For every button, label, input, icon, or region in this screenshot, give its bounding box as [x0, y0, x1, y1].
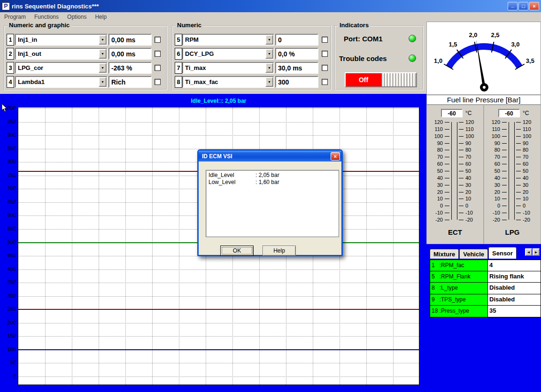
channel-checkbox[interactable]	[155, 51, 161, 57]
channel-number: 6	[175, 48, 182, 60]
channel-select[interactable]: Inj1_out ▼	[15, 48, 108, 60]
y-tick-label: 450	[0, 253, 16, 258]
chevron-down-icon[interactable]: ▼	[265, 49, 273, 59]
sensor-table: 1 :RPM_fac 4 5 :RPM_Flank Rising flank 8…	[430, 260, 541, 317]
channel-checkbox[interactable]	[322, 65, 328, 71]
scale-tick	[445, 129, 449, 130]
scale-tick	[445, 185, 449, 185]
channel-checkbox[interactable]	[155, 65, 161, 71]
scale-tick	[516, 178, 521, 178]
svg-text:2,0: 2,0	[469, 31, 477, 38]
menu-options[interactable]: Options	[63, 14, 91, 20]
chevron-down-icon[interactable]: ▼	[99, 63, 107, 73]
h-gridline	[18, 296, 419, 297]
menu-program[interactable]: Program	[0, 14, 30, 20]
channel-row-3: 3 LPG_cor ▼ -263 %	[5, 62, 166, 74]
chevron-down-icon[interactable]: ▼	[99, 35, 107, 45]
sensor-param-name: 18 :Press_type	[430, 306, 488, 317]
channel-number: 4	[7, 76, 14, 88]
table-row[interactable]: 9 :TPS_type Disabled	[430, 294, 541, 306]
scale-label: 30	[523, 182, 539, 188]
channel-checkbox[interactable]	[322, 79, 328, 85]
ok-button[interactable]: OK	[220, 246, 254, 256]
h-gridline	[18, 377, 419, 377]
y-tick-label: 700	[0, 185, 16, 191]
scale-tick	[516, 213, 521, 213]
scale-label: 0	[427, 203, 443, 208]
title-bar[interactable]: P rins Sequentiel Diagnostics*** _ □ ×	[0, 0, 541, 12]
dialog-close-button[interactable]: ×	[331, 152, 340, 161]
scale-tick	[516, 199, 521, 199]
off-slider-track[interactable]	[381, 73, 416, 86]
scale-label: 30	[427, 182, 443, 188]
channel-value: 0	[275, 34, 318, 46]
v-gridline	[366, 108, 367, 384]
scale-tick	[445, 199, 449, 199]
chevron-down-icon[interactable]: ▼	[265, 63, 273, 73]
restore-button[interactable]: □	[518, 2, 528, 10]
scale-label: 100	[484, 133, 500, 139]
tab-vehicle[interactable]: Vehicle	[459, 249, 488, 259]
table-row[interactable]: 5 :RPM_Flank Rising flank	[430, 271, 541, 283]
param-name: Low_Level	[209, 179, 255, 186]
tab-scroll-right-button[interactable]: ►	[533, 248, 540, 256]
chevron-down-icon[interactable]: ▼	[265, 35, 273, 45]
channel-select[interactable]: Inj1_in ▼	[15, 34, 108, 46]
scale-label: 110	[484, 126, 500, 132]
scale-tick	[516, 122, 521, 123]
close-icon: ×	[334, 154, 337, 159]
channel-checkbox[interactable]	[322, 37, 328, 43]
help-button[interactable]: Help	[263, 246, 296, 256]
close-button[interactable]: ×	[529, 2, 539, 10]
y-tick-label: 100	[0, 346, 16, 352]
scale-label: 0	[484, 203, 500, 208]
channel-select-value: Lambda1	[16, 77, 99, 87]
dialog-title-bar[interactable]: ID ECM VSI ×	[199, 151, 341, 161]
h-gridline	[18, 336, 419, 337]
scale-label: 70	[427, 154, 443, 160]
ect-reading: -60	[441, 109, 463, 117]
off-slider[interactable]: Off	[345, 72, 417, 87]
chevron-down-icon[interactable]: ▼	[99, 49, 107, 59]
channel-number: 7	[175, 62, 182, 74]
scale-label: 110	[465, 126, 481, 132]
channel-select[interactable]: DCY_LPG ▼	[182, 48, 274, 60]
table-row[interactable]: 18 :Press_type 35	[430, 306, 541, 317]
channel-checkbox[interactable]	[155, 79, 161, 85]
chevron-down-icon[interactable]: ▼	[265, 77, 273, 87]
scale-label: 70	[465, 154, 481, 160]
scale-tick	[516, 136, 521, 137]
channel-value: 0,0 %	[275, 48, 318, 60]
tab-sensor[interactable]: Sensor	[488, 247, 517, 259]
scale-tick	[516, 185, 521, 185]
scale-label: 50	[465, 168, 481, 174]
v-gridline	[393, 108, 394, 384]
channel-checkbox[interactable]	[155, 37, 161, 43]
channel-checkbox[interactable]	[322, 51, 328, 57]
tab-scroll-left-button[interactable]: ◄	[525, 248, 532, 256]
table-row[interactable]: 1 :RPM_fac 4	[430, 260, 541, 271]
channel-select[interactable]: LPG_cor ▼	[15, 62, 108, 74]
scale-tick	[445, 178, 449, 178]
channel-row-6: 6 DCY_LPG ▼ 0,0 %	[173, 48, 331, 60]
tab-mixture[interactable]: Mixture	[430, 249, 459, 259]
channel-number: 2	[7, 48, 14, 60]
menu-help[interactable]: Help	[91, 14, 111, 20]
scale-label: -10	[523, 210, 539, 215]
minimize-button[interactable]: _	[508, 2, 518, 10]
scale-label: 60	[465, 161, 481, 167]
y-tick-label: 0	[0, 373, 16, 379]
channel-select[interactable]: Ti_max ▼	[182, 62, 274, 74]
channel-select[interactable]: Lambda1 ▼	[15, 76, 108, 88]
channel-select[interactable]: Ti_max_fac ▼	[182, 76, 274, 88]
off-button[interactable]: Off	[346, 73, 381, 86]
scale-label: -10	[465, 210, 481, 215]
menu-functions[interactable]: Functions	[30, 14, 63, 20]
scale-label: -10	[427, 210, 443, 215]
scale-tick	[445, 136, 449, 137]
scale-tick	[459, 185, 464, 185]
scale-tick	[516, 220, 521, 220]
chevron-down-icon[interactable]: ▼	[99, 77, 107, 87]
channel-select[interactable]: RPM ▼	[182, 34, 274, 46]
table-row[interactable]: 8 :L_type Disabled	[430, 283, 541, 294]
